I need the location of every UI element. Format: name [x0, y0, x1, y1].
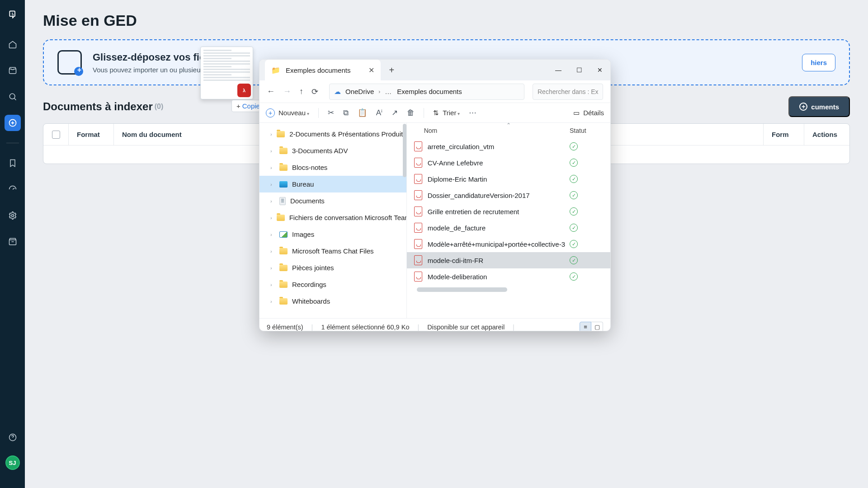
col-form2[interactable]: Form	[764, 124, 804, 145]
sort-button[interactable]: ⇅ Trier	[433, 109, 460, 117]
add-documents-button[interactable]: + cuments	[788, 96, 850, 117]
chevron-right-icon: ›	[270, 232, 275, 237]
app-sidebar: SJ	[0, 0, 25, 488]
breadcrumb-current[interactable]: Exemples documents	[397, 88, 462, 95]
nav-bookmark[interactable]	[5, 155, 21, 171]
new-tab-button[interactable]: +	[389, 65, 394, 75]
tree-item[interactable]: ›Bureau	[259, 176, 406, 192]
app-logo	[8, 9, 17, 22]
chevron-right-icon: ›	[270, 165, 275, 170]
file-row[interactable]: Modele-deliberation✓	[407, 268, 610, 285]
tree-item[interactable]: ›Microsoft Teams Chat Files	[259, 243, 406, 259]
pdf-icon	[414, 141, 422, 151]
file-row[interactable]: Modèle+arrêté+municipal+portée+collectiv…	[407, 236, 610, 252]
address-bar[interactable]: ☁ OneDrive › … Exemples documents	[329, 84, 524, 100]
horizontal-scrollbar[interactable]	[414, 287, 603, 293]
pdf-icon	[414, 239, 422, 249]
explorer-tab[interactable]: 📁 Exemples documents ✕	[265, 60, 381, 80]
list-view-button[interactable]: ≡	[580, 322, 591, 332]
nav-archive[interactable]	[5, 234, 21, 250]
section-title: Documents à indexer	[43, 100, 153, 113]
pdf-icon	[414, 255, 422, 265]
paste-icon[interactable]: 📋	[358, 108, 367, 117]
close-button[interactable]: ✕	[590, 60, 610, 80]
availability-info: Disponible sur cet appareil	[427, 324, 505, 331]
pdf-icon	[414, 206, 422, 216]
scrollbar-thumb[interactable]	[417, 287, 507, 292]
col-status-header[interactable]: Statut	[565, 127, 600, 134]
file-row[interactable]: modele-cdi-itm-FR✓	[407, 252, 610, 268]
delete-icon[interactable]: 🗑	[407, 108, 415, 117]
tree-item[interactable]: ›2-Documents & Présentations Produits	[259, 126, 406, 142]
folder-icon	[279, 265, 288, 271]
nav-help[interactable]	[5, 429, 21, 446]
folder-icon	[279, 298, 288, 305]
details-button[interactable]: ▭ Détails	[573, 109, 604, 117]
file-row[interactable]: Grille entretien de recrutement✓	[407, 203, 610, 220]
dropzone-icon: +	[57, 50, 82, 75]
nav-home[interactable]	[5, 36, 21, 52]
col-name-header[interactable]: Nom	[424, 127, 565, 134]
status-ok-icon: ✓	[565, 256, 600, 264]
pdf-badge-icon: λ	[237, 84, 251, 97]
drag-preview: λ	[200, 47, 253, 99]
share-icon[interactable]: ↗	[392, 108, 398, 117]
status-ok-icon: ✓	[565, 142, 600, 150]
breadcrumb-ellipsis[interactable]: …	[385, 88, 392, 95]
toolbar: + Nouveau ✂ ⧉ 📋 Aⁱ ↗ 🗑 ⇅ Trier ⋯ ▭ Détai…	[259, 103, 610, 123]
file-row[interactable]: Diplome-Eric Martin✓	[407, 171, 610, 187]
file-name: Dossier_candidatureVersion-2017	[428, 192, 565, 199]
nav-inbox[interactable]	[5, 62, 21, 79]
tree-item[interactable]: ›Whiteboards	[259, 293, 406, 310]
tree-item-label: Fichiers de conversation Microsoft Teams	[289, 214, 406, 221]
pdf-icon	[414, 272, 422, 282]
chevron-right-icon: ›	[270, 299, 275, 304]
titlebar[interactable]: 📁 Exemples documents ✕ + — ☐ ✕	[259, 60, 610, 80]
more-icon[interactable]: ⋯	[469, 108, 476, 117]
new-button[interactable]: + Nouveau	[266, 108, 309, 117]
folder-icon: 📁	[271, 66, 280, 75]
tree-item[interactable]: ›Images	[259, 226, 406, 243]
folder-icon	[279, 248, 288, 254]
browse-files-button[interactable]: hiers	[802, 54, 835, 71]
select-all-cell[interactable]	[43, 124, 69, 145]
tree-item[interactable]: ›Fichiers de conversation Microsoft Team…	[259, 209, 406, 226]
tree-item[interactable]: ›Documents	[259, 192, 406, 209]
status-ok-icon: ✓	[565, 175, 600, 183]
file-row[interactable]: Dossier_candidatureVersion-2017✓	[407, 187, 610, 203]
maximize-button[interactable]: ☐	[569, 60, 590, 80]
folder-icon	[277, 131, 285, 137]
forward-button[interactable]: →	[283, 87, 291, 96]
grid-view-button[interactable]: ▢	[591, 322, 603, 332]
nav-dashboard[interactable]	[5, 181, 21, 197]
search-input[interactable]: Rechercher dans : Ex	[533, 84, 603, 100]
file-row[interactable]: modele_de_facture✓	[407, 220, 610, 236]
file-row[interactable]: arrete_circulation_vtm✓	[407, 138, 610, 155]
plus-circle-icon: +	[266, 108, 275, 117]
col-format[interactable]: Format	[69, 124, 114, 145]
chevron-right-icon: ›	[270, 198, 275, 204]
user-avatar[interactable]: SJ	[5, 455, 20, 470]
desktop-icon	[279, 181, 288, 188]
tree-item[interactable]: ›Blocs-notes	[259, 159, 406, 176]
tree-item[interactable]: ›3-Documents ADV	[259, 142, 406, 159]
tab-close-icon[interactable]: ✕	[368, 66, 374, 75]
nav-settings[interactable]	[5, 207, 21, 224]
breadcrumb-root[interactable]: OneDrive	[345, 88, 374, 95]
folder-tree[interactable]: ›2-Documents & Présentations Produits›3-…	[259, 123, 406, 318]
copy-icon[interactable]: ⧉	[343, 108, 349, 117]
cut-icon[interactable]: ✂	[328, 108, 334, 117]
pdf-icon	[414, 174, 422, 184]
tree-item[interactable]: ›Recordings	[259, 276, 406, 293]
scrollbar-thumb[interactable]	[403, 124, 406, 177]
rename-icon[interactable]: Aⁱ	[376, 108, 382, 117]
nav-add[interactable]	[5, 115, 21, 131]
nav-search[interactable]	[5, 89, 21, 105]
refresh-button[interactable]: ⟳	[311, 87, 318, 97]
tree-item[interactable]: ›Pièces jointes	[259, 259, 406, 276]
minimize-button[interactable]: —	[548, 60, 569, 80]
up-button[interactable]: ↑	[299, 87, 303, 96]
back-button[interactable]: ←	[267, 87, 275, 96]
tree-item-label: Documents	[290, 197, 325, 205]
file-row[interactable]: CV-Anne Lefebvre✓	[407, 155, 610, 171]
